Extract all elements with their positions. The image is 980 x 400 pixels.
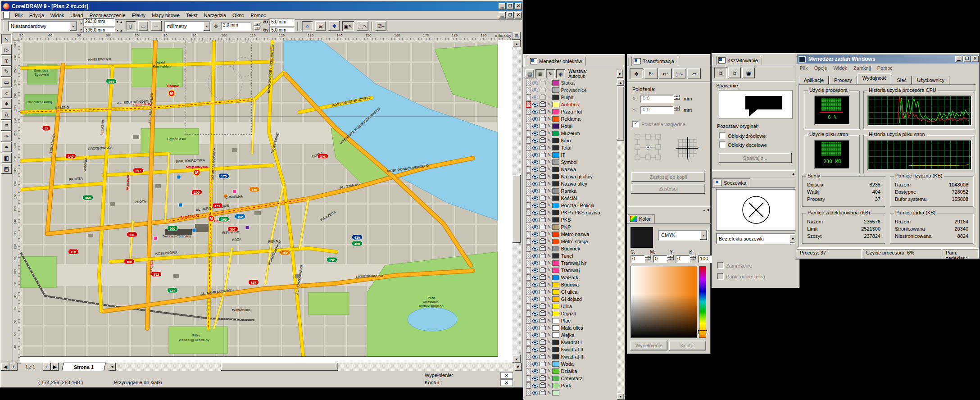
layer-color-swatch[interactable] [552, 109, 559, 114]
menu-narzędzia[interactable]: Narzędzia [201, 12, 230, 19]
layer-page-icon[interactable] [526, 209, 531, 216]
taskman-tab-aplikacje[interactable]: Aplikacje [799, 76, 829, 85]
minimize-button[interactable]: ▁ [955, 56, 962, 62]
snap-to-guidelines-button[interactable]: ⊟ [315, 21, 326, 31]
layer-color-swatch[interactable] [552, 116, 559, 122]
layer-editable-pencil-icon[interactable]: ✎ [547, 304, 551, 309]
y-down[interactable]: ▼ [674, 109, 680, 111]
layer-color-swatch[interactable] [552, 268, 559, 273]
layer-editable-pencil-icon[interactable]: ✎ [547, 362, 551, 366]
layer-page-icon[interactable] [526, 274, 531, 281]
layer-page-icon[interactable] [526, 181, 531, 187]
layer-row[interactable]: ✎Działka [524, 368, 617, 375]
layer-page-icon[interactable] [526, 325, 531, 331]
layer-page-icon[interactable] [526, 109, 531, 115]
color-tab[interactable]: Kolor [628, 214, 655, 223]
layer-row[interactable]: ✎Muzeum [524, 130, 617, 137]
layer-row[interactable]: ✎Metro nazwa [524, 231, 617, 238]
layer-page-icon[interactable] [526, 375, 531, 382]
layer-printable-printer-icon[interactable] [540, 282, 546, 287]
layer-printable-printer-icon[interactable] [540, 182, 546, 186]
layer-editable-pencil-icon[interactable]: ✎ [547, 167, 551, 172]
layer-editable-pencil-icon[interactable]: ✎ [547, 138, 551, 143]
layer-visibility-eye-icon[interactable] [532, 160, 538, 164]
c-down[interactable]: ▼ [645, 258, 651, 260]
taskman-menu-widok[interactable]: Widok [830, 64, 850, 72]
layer-editable-pencil-icon[interactable]: ✎ [547, 333, 551, 337]
restore-button[interactable]: ❐ [507, 3, 514, 9]
layer-page-icon[interactable] [526, 116, 531, 122]
menu-mapy-bitowe[interactable]: Mapy bitowe [149, 12, 183, 19]
viewpoint-checkbox[interactable] [717, 273, 724, 280]
layer-color-swatch[interactable] [552, 296, 559, 302]
layer-color-swatch[interactable] [552, 167, 559, 172]
nudge-up[interactable]: ▲ [254, 22, 260, 26]
lens-effect-combo[interactable]: Bez efektu soczewki ▼ [716, 233, 797, 244]
layer-visibility-eye-icon[interactable] [532, 196, 538, 200]
layer-visibility-eye-icon[interactable] [532, 117, 538, 121]
layer-color-swatch[interactable] [552, 282, 559, 287]
rotate-tool-button[interactable]: ↻ [644, 68, 658, 79]
layer-color-swatch[interactable] [552, 311, 559, 316]
layer-color-swatch[interactable] [552, 152, 559, 158]
layer-color-swatch[interactable] [552, 102, 559, 107]
layer-page-icon[interactable] [526, 310, 531, 317]
layer-page-icon[interactable] [526, 173, 531, 180]
position-tool-button[interactable]: ✥ [630, 68, 643, 79]
units-combo[interactable]: milimetry ▼ [164, 21, 211, 32]
layer-printable-printer-icon[interactable] [540, 131, 546, 136]
horizontal-scroll-thumb[interactable] [221, 363, 338, 371]
layer-visibility-eye-icon[interactable] [532, 305, 538, 309]
layer-printable-printer-icon[interactable] [540, 167, 546, 172]
menu-okno[interactable]: Okno [229, 12, 247, 19]
chevron-down-icon[interactable]: ▼ [70, 22, 77, 31]
taskman-menu-pomoc[interactable]: Pomoc [874, 64, 896, 72]
docker-flyout-button[interactable]: ▶ [617, 70, 623, 78]
layer-page-icon[interactable] [526, 267, 531, 273]
cyan-input[interactable]: 0 [631, 255, 645, 263]
vertical-scrollbar[interactable]: ▲ ▼ [513, 40, 521, 363]
x-input[interactable]: 0,0 [640, 95, 674, 103]
tool-text[interactable]: A [1, 109, 12, 120]
layer-visibility-eye-icon[interactable] [532, 355, 538, 359]
scroll-left-arrow[interactable]: ◀ [109, 363, 116, 371]
layer-color-swatch[interactable] [552, 340, 559, 345]
layer-page-icon[interactable] [526, 94, 531, 100]
layer-row[interactable]: ✎Ramka [524, 187, 617, 195]
layer-visibility-eye-icon[interactable] [532, 218, 538, 222]
menu-tekst[interactable]: Tekst [183, 12, 201, 19]
layer-color-swatch[interactable] [552, 246, 559, 251]
layer-printable-printer-icon[interactable] [540, 95, 546, 100]
menu-pomoc[interactable]: Pomoc [247, 12, 269, 19]
taskman-title-bar[interactable]: Menedżer zadań Windows ▁ ❐ ✕ [797, 55, 979, 64]
marquee-select-button[interactable]: ⬚↖ [357, 21, 368, 31]
layer-editable-pencil-icon[interactable]: ✎ [547, 232, 551, 236]
layer-visibility-eye-icon[interactable] [532, 88, 538, 92]
set-default-page-icon[interactable]: ▫▫▫ [151, 21, 162, 31]
layer-editable-pencil-icon[interactable]: ✎ [547, 376, 551, 381]
layer-editable-pencil-icon[interactable]: ✎ [547, 347, 551, 352]
taskman-tab-wydajność[interactable]: Wydajność [858, 73, 892, 84]
close-icon[interactable]: x [707, 208, 709, 212]
shaping-tab[interactable]: Kształtowanie [716, 56, 762, 65]
layer-visibility-eye-icon[interactable] [532, 268, 538, 273]
layer-color-swatch[interactable] [552, 217, 559, 223]
layer-editable-pencil-icon[interactable]: ✎ [547, 275, 551, 280]
layer-page-icon[interactable] [526, 87, 531, 93]
layer-row[interactable]: ✎Nazwa [524, 166, 617, 173]
layer-editable-pencil-icon[interactable]: ✎ [547, 268, 551, 273]
layer-color-swatch[interactable] [552, 138, 559, 143]
layer-visibility-eye-icon[interactable] [532, 312, 538, 316]
layer-printable-printer-icon[interactable] [540, 210, 546, 215]
layer-visibility-eye-icon[interactable] [532, 297, 538, 301]
layer-row[interactable]: ✎Reklama [524, 115, 617, 123]
drawing-canvas[interactable]: ANIELEWICZAAL. SOLIDARNOŚCILESZNOGRZYBOW… [20, 40, 513, 363]
layer-row[interactable]: ✎Prowadnice [524, 86, 617, 94]
layer-editable-pencil-icon[interactable]: ✎ [547, 117, 551, 121]
layer-color-swatch[interactable] [552, 195, 559, 201]
layer-page-icon[interactable] [526, 123, 531, 129]
tool-ellipse[interactable]: ○ [1, 88, 12, 98]
taskman-tab-sieć[interactable]: Sieć [892, 76, 911, 85]
layer-printable-printer-icon[interactable] [540, 362, 546, 366]
layer-visibility-eye-icon[interactable] [532, 204, 538, 208]
